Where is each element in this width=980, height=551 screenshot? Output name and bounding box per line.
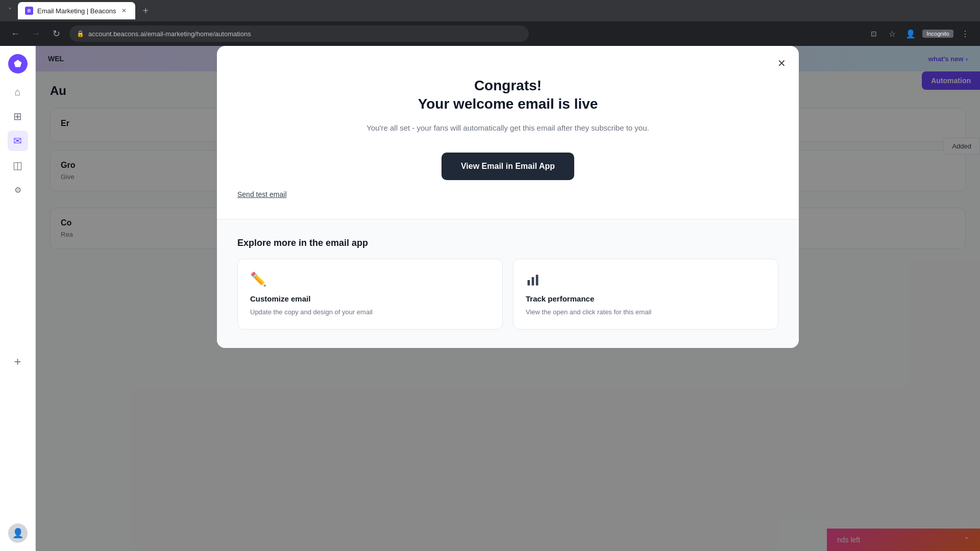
tab-favicon: B <box>25 7 33 15</box>
sidebar-item-add[interactable]: + <box>8 352 28 372</box>
logo-icon: ⬟ <box>14 58 22 69</box>
explore-card-customize[interactable]: ✏️ Customize email Update the copy and d… <box>237 259 503 330</box>
performance-icon <box>526 271 766 287</box>
close-icon: ✕ <box>777 57 786 69</box>
app-container: ⬟ ⌂ ⊞ ✉ ◫ ⚙ + 👤 WEL what's new › Au Auto… <box>0 46 980 551</box>
view-email-label: View Email in Email App <box>461 162 555 170</box>
bookmark-icon[interactable]: ☆ <box>886 27 899 40</box>
success-modal: ✕ Congrats! Your welcome email is live Y… <box>217 46 799 348</box>
svg-rect-1 <box>532 277 534 285</box>
screen-cast-icon[interactable]: ⊡ <box>867 27 880 40</box>
explore-cards: ✏️ Customize email Update the copy and d… <box>237 259 778 330</box>
url-bar[interactable]: 🔒 account.beacons.ai/email-marketing/hom… <box>69 26 529 42</box>
explore-title: Explore more in the email app <box>237 238 778 248</box>
modal-close-btn[interactable]: ✕ <box>773 55 790 71</box>
sidebar-logo[interactable]: ⬟ <box>8 54 28 73</box>
back-btn[interactable]: ← <box>8 27 22 41</box>
browser-actions: ⊡ ☆ 👤 Incognito ⋮ <box>867 27 972 40</box>
sidebar-item-apps[interactable]: ⊞ <box>8 106 28 127</box>
svg-rect-0 <box>528 280 530 286</box>
active-tab[interactable]: B Email Marketing | Beacons ✕ <box>18 2 135 19</box>
main-content: WEL what's new › Au Automation Er Gro Gi… <box>36 46 980 551</box>
profile-icon[interactable]: 👤 <box>904 27 917 40</box>
menu-icon[interactable]: ⋮ <box>959 27 972 40</box>
url-text: account.beacons.ai/email-marketing/home/… <box>88 30 251 38</box>
modal-overlay: ✕ Congrats! Your welcome email is live Y… <box>36 46 980 551</box>
sidebar-item-settings[interactable]: ⚙ <box>8 180 28 200</box>
forward-btn[interactable]: → <box>29 27 43 41</box>
sidebar-item-home[interactable]: ⌂ <box>8 82 28 102</box>
headline-text: Your welcome email is live <box>418 96 598 112</box>
modal-title: Congrats! Your welcome email is live <box>237 77 778 114</box>
tab-bar: ˅ B Email Marketing | Beacons ✕ + <box>0 0 980 21</box>
sidebar-item-store[interactable]: ◫ <box>8 155 28 176</box>
performance-card-desc: View the open and click rates for this e… <box>526 307 766 317</box>
sidebar-item-email[interactable]: ✉ <box>8 131 28 151</box>
send-test-label: Send test email <box>237 190 287 198</box>
view-email-btn[interactable]: View Email in Email App <box>442 153 574 180</box>
new-tab-btn[interactable]: + <box>138 4 153 18</box>
avatar[interactable]: 👤 <box>8 523 28 543</box>
reload-btn[interactable]: ↻ <box>49 27 63 41</box>
tab-title: Email Marketing | Beacons <box>37 7 116 15</box>
congrats-line: Congrats! <box>474 78 542 93</box>
tab-scroll-icon: ˅ <box>5 7 15 15</box>
browser-chrome: ˅ B Email Marketing | Beacons ✕ + ← → ↻ … <box>0 0 980 46</box>
performance-card-title: Track performance <box>526 294 766 303</box>
sidebar: ⬟ ⌂ ⊞ ✉ ◫ ⚙ + 👤 <box>0 46 36 551</box>
send-test-email-btn[interactable]: Send test email <box>237 190 287 198</box>
modal-bottom-section: Explore more in the email app ✏️ Customi… <box>217 219 799 348</box>
modal-top-section: Congrats! Your welcome email is live You… <box>217 46 799 219</box>
customize-icon: ✏️ <box>250 271 490 287</box>
customize-card-title: Customize email <box>250 294 490 303</box>
svg-rect-2 <box>536 274 538 285</box>
address-bar: ← → ↻ 🔒 account.beacons.ai/email-marketi… <box>0 21 980 46</box>
modal-body-text: You're all set - your fans will automati… <box>237 122 778 134</box>
customize-card-desc: Update the copy and design of your email <box>250 307 490 317</box>
tab-close-btn[interactable]: ✕ <box>120 7 128 15</box>
lock-icon: 🔒 <box>77 30 84 37</box>
incognito-badge: Incognito <box>922 30 953 38</box>
explore-card-performance[interactable]: Track performance View the open and clic… <box>513 259 778 330</box>
